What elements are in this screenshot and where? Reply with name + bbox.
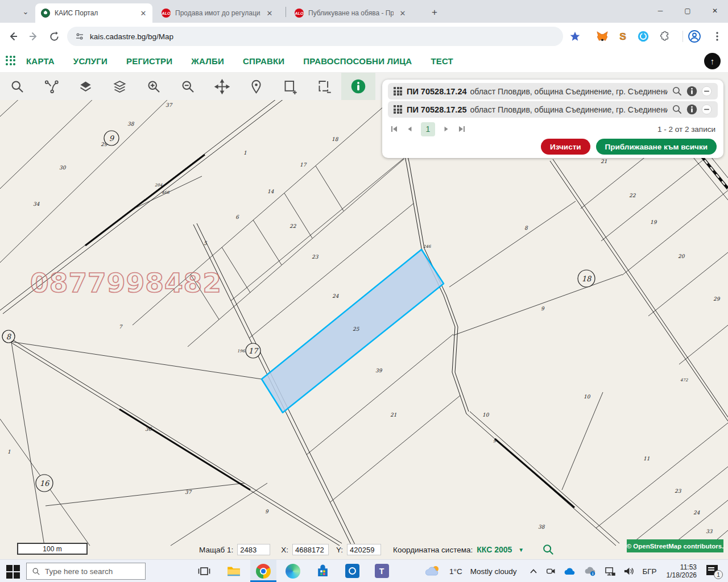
weather-temp[interactable]: 1°C: [449, 567, 462, 576]
tab-close-icon[interactable]: ✕: [398, 9, 407, 18]
map-pan-tool-icon[interactable]: [205, 73, 239, 100]
parcel-number-label: 37: [185, 489, 192, 495]
map-layers-tool-icon[interactable]: [102, 73, 136, 100]
parcel-number-label: 21: [390, 412, 396, 418]
file-explorer-icon[interactable]: [221, 560, 247, 582]
parcel-number-label: 25: [353, 326, 360, 332]
window-close-button[interactable]: ✕: [702, 0, 728, 22]
window-maximize-button[interactable]: ▢: [675, 0, 701, 22]
tab-close-icon[interactable]: ✕: [139, 9, 148, 18]
map-rect-add-tool-icon[interactable]: [273, 73, 307, 100]
tab-divider: [286, 7, 286, 17]
x-coordinate-input[interactable]: [292, 544, 329, 555]
map-route-tool-icon[interactable]: [34, 73, 68, 100]
parcel-number-label: 18: [332, 136, 339, 142]
page-number[interactable]: 1: [421, 122, 435, 136]
outlook-icon[interactable]: [339, 560, 365, 582]
parcel-location: област Пловдив, община Съединение, гр. С…: [470, 87, 668, 96]
svg-text:S: S: [619, 31, 626, 42]
result-remove-icon[interactable]: [701, 86, 712, 97]
status-search-icon[interactable]: [542, 543, 555, 556]
tab-close-icon[interactable]: ✕: [265, 9, 274, 18]
taskbar-search-input[interactable]: Type here to search: [26, 563, 146, 580]
map-status-bar: Мащаб 1: X: Y: Координатна система: ККС …: [199, 543, 555, 556]
weather-cloud-info-icon[interactable]: i: [584, 567, 597, 576]
map-search-tool-icon[interactable]: [0, 73, 34, 100]
map-zoom-out-tool-icon[interactable]: [171, 73, 205, 100]
page-last-icon[interactable]: [458, 125, 466, 133]
page-first-icon[interactable]: [390, 125, 398, 133]
svg-text:i: i: [593, 571, 594, 575]
browser-menu-icon[interactable]: [710, 29, 725, 44]
tab-title: Публикуване на обява - Прод: [308, 9, 394, 17]
s-extension-icon[interactable]: S: [615, 29, 630, 44]
chrome-taskbar-icon[interactable]: [250, 560, 276, 582]
nav-item-karta[interactable]: КАРТА: [26, 56, 55, 66]
speaker-icon[interactable]: [623, 567, 634, 576]
map-zoom-in-tool-icon[interactable]: [136, 73, 171, 100]
reload-button[interactable]: [46, 28, 63, 45]
site-settings-icon[interactable]: [75, 32, 84, 41]
address-bar[interactable]: kais.cadastre.bg/bg/Map: [67, 27, 563, 46]
teams-icon[interactable]: T: [369, 560, 395, 582]
keyboard-language[interactable]: БГР: [642, 567, 656, 576]
nav-item-test[interactable]: ТЕСТ: [431, 56, 453, 66]
nav-item-spravki[interactable]: СПРАВКИ: [243, 56, 284, 66]
page-prev-icon[interactable]: [406, 126, 413, 132]
browser-tab-kais[interactable]: КАИС Портал ✕: [35, 3, 152, 23]
map-location-tool-icon[interactable]: [239, 73, 273, 100]
map-layer-diamond-tool-icon[interactable]: [68, 73, 102, 100]
taskbar-clock[interactable]: 11:53 1/18/2026: [667, 563, 697, 579]
apps-grid-icon[interactable]: [6, 56, 17, 67]
result-zoom-icon[interactable]: [671, 86, 682, 97]
extensions-puzzle-icon[interactable]: [656, 29, 671, 44]
parcel-number-label: 11: [643, 456, 650, 462]
page-next-icon[interactable]: [443, 126, 450, 132]
y-coordinate-input[interactable]: [347, 544, 381, 555]
nav-item-zhalbi[interactable]: ЖАЛБИ: [191, 56, 224, 66]
parcel-number-label: 20: [678, 253, 685, 259]
edge-taskbar-icon[interactable]: [280, 560, 306, 582]
weather-desc[interactable]: Mostly cloudy: [470, 567, 517, 576]
new-tab-button[interactable]: +: [428, 6, 441, 19]
result-row[interactable]: ПИ 70528.17.25 област Пловдив, община Съ…: [388, 101, 718, 118]
meet-now-icon[interactable]: [545, 567, 556, 576]
crs-dropdown-icon[interactable]: ▼: [518, 547, 524, 553]
nav-item-registri[interactable]: РЕГИСТРИ: [126, 56, 172, 66]
forward-button[interactable]: [25, 28, 42, 45]
map-rect-remove-tool-icon[interactable]: [307, 73, 341, 100]
parcel-location: област Пловдив, община Съединение, гр. С…: [470, 105, 668, 114]
tab-search-chevron-icon[interactable]: ⌄: [18, 5, 33, 18]
osm-attribution[interactable]: © OpenStreetMap contributors.: [627, 539, 723, 552]
result-info-icon[interactable]: [686, 104, 697, 115]
tray-expand-chevron-icon[interactable]: [530, 568, 537, 574]
result-row[interactable]: ПИ 70528.17.24 област Пловдив, община Съ…: [388, 83, 718, 99]
back-button[interactable]: [5, 28, 22, 45]
start-button-icon[interactable]: [6, 564, 20, 579]
zoom-to-all-button[interactable]: Приближаване към всички: [596, 139, 717, 155]
result-zoom-icon[interactable]: [671, 104, 682, 115]
metamask-extension-icon[interactable]: [595, 29, 610, 44]
clear-button[interactable]: Изчисти: [541, 139, 590, 155]
blue-extension-icon[interactable]: [636, 29, 651, 44]
bookmark-star-icon[interactable]: [568, 29, 582, 44]
weather-icon[interactable]: [425, 564, 441, 578]
scale-input[interactable]: [237, 544, 270, 555]
microsoft-store-icon[interactable]: [309, 560, 336, 582]
notification-center-icon[interactable]: 1: [706, 565, 721, 577]
map-info-tool-icon[interactable]: [341, 73, 375, 100]
nav-item-uslugi[interactable]: УСЛУГИ: [73, 56, 107, 66]
window-minimize-button[interactable]: ─: [647, 0, 673, 22]
network-icon[interactable]: [605, 567, 615, 576]
onedrive-icon[interactable]: [564, 567, 576, 576]
result-info-icon[interactable]: [686, 86, 697, 97]
browser-tab-alo-listing[interactable]: ALO Продава имот до регулация в ✕: [156, 3, 282, 23]
profile-avatar-icon[interactable]: [687, 29, 702, 44]
browser-tab-alo-publish[interactable]: ALO Публикуване на обява - Прод ✕: [289, 3, 421, 23]
task-view-icon[interactable]: [191, 560, 217, 582]
scroll-top-button[interactable]: ↑: [704, 53, 721, 69]
url-text[interactable]: kais.cadastre.bg/bg/Map: [90, 32, 173, 41]
nav-item-pravosposobni[interactable]: ПРАВОСПОСОБНИ ЛИЦА: [303, 56, 412, 66]
crs-value[interactable]: ККС 2005: [477, 545, 512, 554]
result-remove-icon[interactable]: [701, 104, 712, 115]
